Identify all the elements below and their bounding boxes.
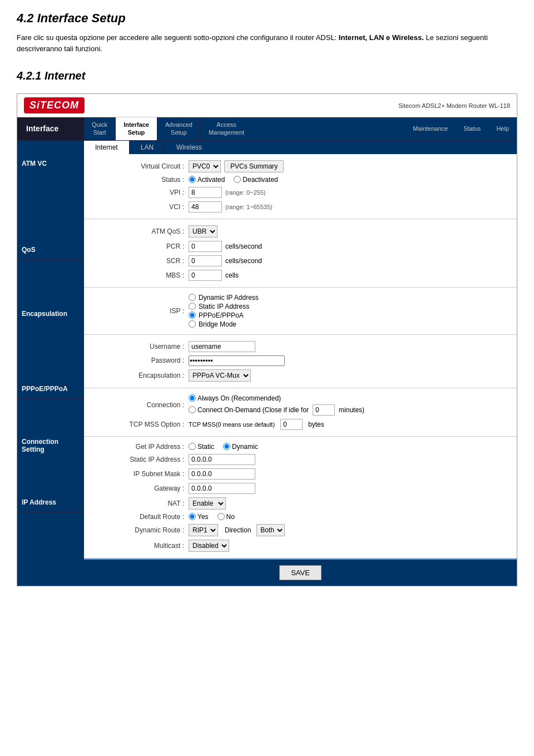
vci-label: VCI : [90,203,184,211]
connection-always-radio[interactable] [189,394,196,402]
atm-qos-label: ATM QoS : [90,228,184,235]
default-route-no[interactable]: No [217,513,235,521]
dynamic-route-select[interactable]: RIP1 [189,524,218,536]
tab-interface-setup[interactable]: Interface Setup [116,117,157,140]
main-content: Virtual Circuit : PVC0 PVCs Summary Stat… [84,154,517,586]
tcp-mss-label: TCP MSS Option : [90,421,184,428]
top-nav: Interface Quick Start Interface Setup Ad… [17,117,517,140]
nat-value: Enable Disable [189,497,226,510]
tab-access-management[interactable]: Access Management [201,117,253,140]
status-activated-option[interactable]: Activated [189,176,225,184]
encapsulation-select[interactable]: PPPoA VC-Mux [189,369,251,382]
get-ip-value: Static Dynamic [189,443,258,451]
password-row: Password : [84,354,517,368]
content-area: ATM VC QoS Encapsulation PPPoE/PPPoA Con… [17,154,517,586]
brand: SiTECOM [24,97,85,113]
scr-value: cells/second [189,255,262,266]
get-ip-dynamic-radio[interactable] [223,443,230,450]
username-value [189,341,255,352]
vpi-label: VPI : [90,189,184,196]
tab-help[interactable]: Help [488,121,517,136]
tab-quick-start[interactable]: Quick Start [84,117,116,140]
encapsulation-section: ISP : Dynamic IP Address Static IP Addre… [84,288,517,335]
default-route-yes[interactable]: Yes [189,513,209,521]
status-value: Activated Deactivated [189,176,278,184]
isp-static-radio[interactable] [189,303,196,310]
sub-tab-internet[interactable]: Internet [84,141,130,154]
status-activated-radio[interactable] [189,176,196,183]
virtual-circuit-label: Virtual Circuit : [90,162,184,170]
encapsulation-row: Encapsulation : PPPoA VC-Mux [84,368,517,383]
dynamic-route-value: RIP1 Direction Both [189,524,285,536]
vci-input[interactable] [189,201,222,213]
get-ip-label: Get IP Address : [90,443,184,451]
default-route-label: Default Route : [90,513,184,521]
sidebar-encapsulation: Encapsulation [17,304,84,324]
isp-pppoe-radio[interactable] [189,312,196,319]
sub-tab-lan[interactable]: LAN [130,141,165,154]
static-ip-label: Static IP Address : [90,456,184,463]
direction-select[interactable]: Both [256,524,285,536]
default-route-yes-radio[interactable] [189,513,196,520]
sub-nav: Internet LAN Wireless [17,140,517,154]
isp-bridge[interactable]: Bridge Mode [189,320,259,328]
username-input[interactable] [189,341,255,352]
isp-bridge-radio[interactable] [189,320,196,328]
gateway-input[interactable] [189,483,255,494]
tab-advanced-setup[interactable]: Advanced Setup [157,117,201,140]
tab-maintenance[interactable]: Maintenance [405,121,456,136]
pvcs-summary-button[interactable]: PVCs Summary [224,160,284,172]
page-description: Fare clic su questa opzione per accedere… [17,32,517,54]
multicast-select[interactable]: Disabled [189,540,229,552]
isp-pppoe[interactable]: PPPoE/PPPoA [189,312,259,319]
static-ip-input[interactable] [189,454,255,465]
pcr-input[interactable] [189,241,222,252]
vci-row: VCI : (range: 1~65535) [84,200,517,214]
sub-tab-wireless[interactable]: Wireless [165,141,214,154]
default-route-no-radio[interactable] [217,513,225,520]
isp-dynamic-radio[interactable] [189,294,196,301]
isp-options: Dynamic IP Address Static IP Address PPP… [189,294,259,328]
sidebar-atm-vc: ATM VC [17,154,84,174]
scr-label: SCR : [90,257,184,265]
isp-dynamic-ip[interactable]: Dynamic IP Address [189,294,259,302]
mbs-value: cells [189,270,239,281]
isp-static-ip[interactable]: Static IP Address [189,303,259,310]
sidebar-pppoe: PPPoE/PPPoA [17,379,84,399]
status-row: Status : Activated Deactivated [84,174,517,185]
isp-row: ISP : Dynamic IP Address Static IP Addre… [84,292,517,330]
page-heading: 4.2 Interface Setup [17,11,517,26]
subnet-mask-input[interactable] [189,468,255,480]
connection-idle-input[interactable] [313,404,335,416]
direction-label: Direction [225,526,251,534]
qos-section: ATM QoS : UBR PCR : cells/second SC [84,219,517,288]
connection-label: Connection : [90,401,184,409]
virtual-circuit-select[interactable]: PVC0 [189,160,221,172]
tcp-mss-input[interactable] [280,419,303,430]
nat-select[interactable]: Enable Disable [189,497,226,510]
username-label: Username : [90,343,184,350]
status-deactivated-option[interactable]: Deactivated [234,176,278,184]
tcp-mss-row: TCP MSS Option : TCP MSS(0 means use def… [84,417,517,432]
sitecom-logo: SiTECOM [24,97,85,113]
isp-value: Dynamic IP Address Static IP Address PPP… [189,294,259,328]
get-ip-static-radio[interactable] [189,443,196,450]
atm-qos-select[interactable]: UBR [189,225,217,238]
vpi-input[interactable] [189,187,222,198]
scr-input[interactable] [189,255,222,266]
status-deactivated-radio[interactable] [234,176,241,183]
static-ip-row: Static IP Address : [84,452,517,467]
connection-on-demand[interactable]: Connect On-Demand (Close if idle for min… [189,404,364,416]
isp-label: ISP : [90,307,184,315]
mbs-input[interactable] [189,270,222,281]
nat-row: NAT : Enable Disable [84,496,517,511]
multicast-value: Disabled [189,540,229,552]
sidebar-connection-setting: Connection Setting [17,432,84,459]
connection-demand-radio[interactable] [189,406,196,413]
tab-status[interactable]: Status [456,121,488,136]
save-button[interactable]: SAVE [279,565,322,580]
password-input[interactable] [189,355,285,366]
get-ip-static-option[interactable]: Static [189,443,214,451]
get-ip-dynamic-option[interactable]: Dynamic [223,443,258,451]
connection-always-on[interactable]: Always On (Recommended) [189,394,364,402]
